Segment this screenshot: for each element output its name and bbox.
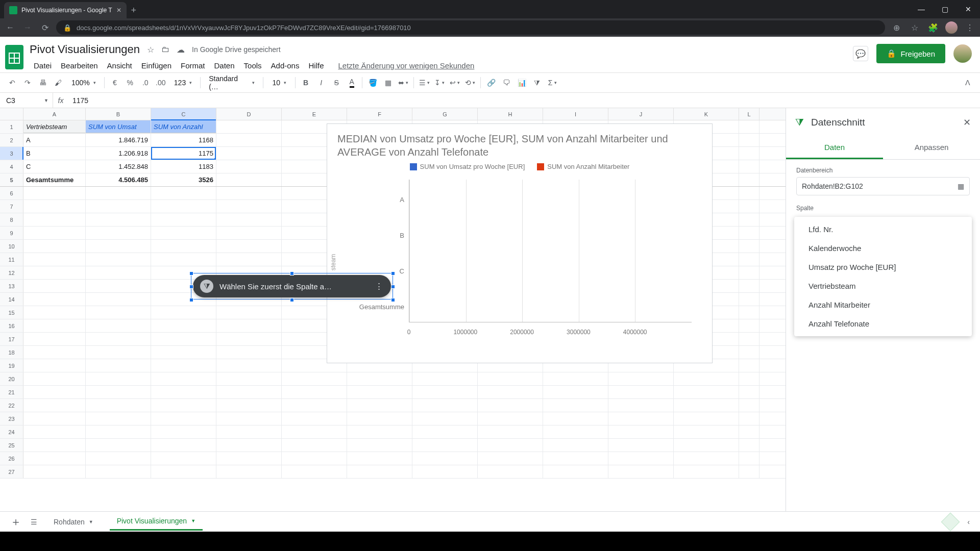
slicer-object[interactable]: ⧩ Wählen Sie zuerst die Spalte a… ⋮ [193,275,391,297]
menu-tools[interactable]: Tools [240,59,266,72]
cell[interactable] [86,333,151,345]
cell[interactable] [739,134,760,146]
resize-handle[interactable] [391,271,395,276]
cell[interactable] [739,333,760,345]
row-header[interactable]: 21 [0,386,23,398]
new-tab-button[interactable]: + [127,2,141,18]
cell[interactable] [282,412,347,425]
cell[interactable] [282,386,347,398]
menu-insert[interactable]: Einfügen [137,59,176,72]
cell[interactable] [739,399,760,412]
cell[interactable] [151,213,216,226]
cell[interactable] [347,386,412,398]
cell[interactable] [608,386,674,398]
column-header[interactable]: K [674,108,739,120]
cell[interactable] [151,412,216,425]
cell[interactable] [23,439,86,452]
cell[interactable] [86,266,151,279]
filter-funnel-icon[interactable]: ⧩ [200,280,213,293]
cell[interactable] [216,465,282,478]
row-header[interactable]: 1 [0,120,23,133]
cell[interactable] [282,425,347,438]
cell[interactable] [151,346,216,359]
cell[interactable]: 1.846.719 [86,134,151,146]
font-size-select[interactable]: 10 [266,76,292,90]
cell[interactable] [216,425,282,438]
cell[interactable] [23,253,86,266]
cell[interactable] [23,266,86,279]
cell[interactable] [86,306,151,319]
column-header[interactable]: L [739,108,760,120]
row-header[interactable]: 22 [0,399,23,412]
cell[interactable] [282,452,347,465]
cell[interactable] [23,306,86,319]
row-header[interactable]: 24 [0,425,23,438]
cell[interactable] [23,240,86,253]
account-avatar[interactable] [953,44,972,63]
cell[interactable] [216,319,282,332]
column-header[interactable]: E [282,108,347,120]
dropdown-option[interactable]: Anzahl Mitarbeiter [794,295,972,314]
extensions-icon[interactable]: 🧩 [927,23,939,33]
rotate-icon[interactable]: ⟲ [463,76,477,90]
cell[interactable] [86,213,151,226]
cell[interactable] [347,412,412,425]
column-header[interactable]: C [151,108,216,120]
cell[interactable] [86,359,151,372]
wrap-icon[interactable]: ↩ [448,76,462,90]
window-minimize-icon[interactable]: — [910,0,933,18]
cell[interactable] [543,465,608,478]
cell[interactable] [216,173,282,186]
dropdown-option[interactable]: Umsatz pro Woche [EUR] [794,258,972,277]
formula-bar[interactable]: 1175 [68,96,88,105]
cell[interactable] [608,465,674,478]
cell[interactable] [151,227,216,239]
name-box[interactable]: C3 ▼ [0,93,53,108]
cell[interactable] [739,372,760,385]
cell[interactable] [216,213,282,226]
column-header[interactable]: G [412,108,478,120]
currency-icon[interactable]: € [108,76,122,90]
cell[interactable] [216,346,282,359]
cell[interactable] [23,386,86,398]
select-range-icon[interactable]: ▦ [958,182,964,190]
browser-tab[interactable]: Pivot Visualisierungen - Google T ✕ [4,2,127,18]
zoom-indicator-icon[interactable]: ⊕ [890,23,902,33]
cell[interactable] [739,319,760,332]
cell[interactable]: 1168 [151,134,216,146]
cell[interactable] [151,187,216,199]
resize-handle[interactable] [189,298,193,302]
select-all-corner[interactable] [0,108,23,120]
row-header[interactable]: 12 [0,266,23,279]
cell[interactable] [86,465,151,478]
menu-edit[interactable]: Bearbeiten [57,59,102,72]
percent-icon[interactable]: % [123,76,137,90]
cell[interactable] [739,452,760,465]
menu-format[interactable]: Format [177,59,209,72]
cell[interactable] [739,253,760,266]
cell[interactable] [23,359,86,372]
cell[interactable] [674,372,739,385]
increase-decimal-icon[interactable]: .00 [154,76,168,90]
cell[interactable] [674,465,739,478]
cell[interactable]: 4.506.485 [86,173,151,186]
text-color-icon[interactable]: A [345,76,359,90]
row-header[interactable]: 13 [0,280,23,292]
font-select[interactable]: Standard (… [204,76,260,90]
number-format-select[interactable]: 123 [169,76,197,90]
cell[interactable] [216,439,282,452]
comment-insert-icon[interactable]: 🗨 [499,76,513,90]
resize-handle[interactable] [290,298,294,302]
cell[interactable] [216,359,282,372]
cell[interactable] [543,452,608,465]
cell[interactable] [151,386,216,398]
italic-icon[interactable]: I [314,76,328,90]
cell[interactable] [86,439,151,452]
cell[interactable] [282,439,347,452]
sheet-tab-rohdaten[interactable]: Rohdaten▼ [46,514,101,530]
cell[interactable] [543,439,608,452]
cell[interactable] [216,160,282,173]
data-range-input[interactable]: Rohdaten!B2:G102 ▦ [796,177,970,195]
menu-data[interactable]: Daten [210,59,239,72]
strike-icon[interactable]: S [329,76,344,90]
